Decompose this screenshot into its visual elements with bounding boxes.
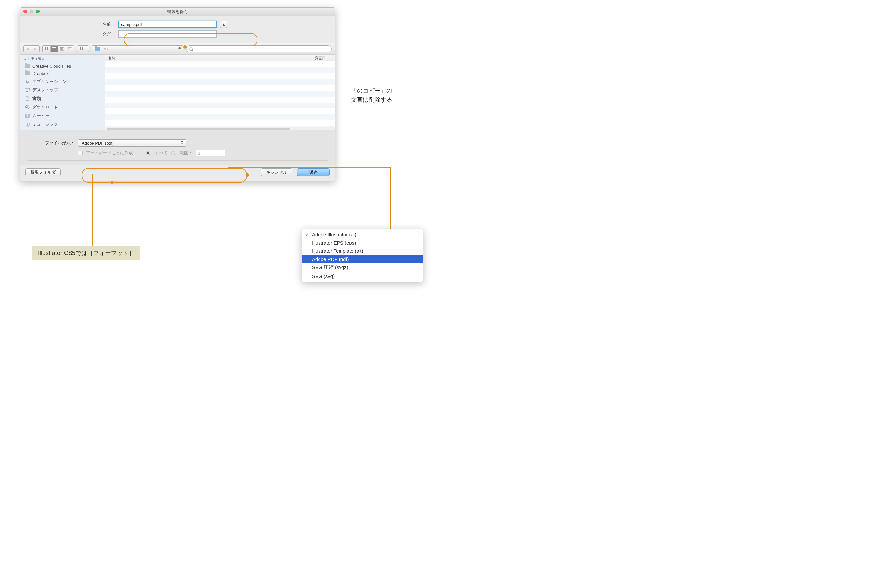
save-button[interactable]: 保存 — [297, 168, 330, 176]
svg-rect-1 — [47, 47, 48, 48]
format-dropdown-menu: Adobe Illustrator (ai) Illustrator EPS (… — [302, 229, 423, 282]
file-list-body[interactable] — [105, 61, 335, 127]
view-cover-icon[interactable] — [66, 45, 74, 52]
window-controls — [23, 9, 40, 14]
sidebar-item-label: ダウンロード — [33, 104, 58, 110]
sidebar-item-apps[interactable]: アプリケーション — [20, 77, 105, 86]
cancel-button[interactable]: キャンセル — [261, 168, 292, 176]
dropdown-item-eps[interactable]: Illustrator EPS (eps) — [302, 238, 423, 247]
annotation-cs5-format: Illustrator CS5では［フォーマット］ — [32, 246, 140, 260]
column-name[interactable]: 名前 — [105, 55, 306, 61]
artboard-checkbox — [78, 151, 83, 155]
new-folder-button[interactable]: 新規フォルダ — [25, 168, 61, 176]
sidebar-item-music[interactable]: ミュージック — [20, 120, 105, 129]
svg-rect-12 — [80, 47, 81, 48]
view-mode-seg[interactable] — [42, 45, 74, 52]
svg-rect-17 — [26, 92, 28, 92]
minimize-button[interactable] — [30, 9, 33, 14]
search-field[interactable] — [186, 45, 332, 52]
format-panel: ファイル形式： Adobe PDF (pdf) アートボードごとに作成 すべて … — [20, 130, 335, 165]
connector-dot — [246, 173, 249, 177]
sidebar-item-ccfiles[interactable]: Creative Cloud Files — [20, 62, 105, 70]
svg-rect-10 — [68, 47, 72, 49]
view-column-icon[interactable] — [59, 45, 66, 52]
file-list-header: 名前 変更日 — [105, 55, 335, 61]
name-input[interactable] — [119, 21, 217, 28]
svg-rect-16 — [25, 88, 30, 91]
sidebar-item-downloads[interactable]: ダウンロード — [20, 103, 105, 111]
window-title: 複製を保存 — [167, 9, 188, 14]
nav-buttons: ◀ ▶ — [23, 45, 40, 52]
view-icon-icon[interactable] — [43, 45, 51, 52]
movie-icon — [25, 113, 30, 118]
connector-line — [165, 39, 165, 92]
svg-rect-19 — [25, 114, 29, 117]
svg-rect-2 — [45, 49, 46, 51]
sidebar-item-label: デスクトップ — [33, 87, 58, 93]
folder-icon — [25, 72, 30, 76]
sidebar-item-label: Dropbox — [33, 71, 48, 76]
connector-dot — [111, 181, 114, 184]
tag-input[interactable] — [119, 30, 217, 38]
column-date[interactable]: 変更日 — [306, 55, 335, 61]
connector-line — [165, 91, 347, 92]
sidebar-item-label: アプリケーション — [33, 79, 66, 84]
sidebar-item-movies[interactable]: ムービー — [20, 111, 105, 120]
folder-label: PDF — [102, 46, 111, 51]
file-browser: よく使う項目 Creative Cloud Files Dropbox アプリケ… — [20, 55, 335, 130]
sidebar-item-label: ムービー — [33, 113, 50, 118]
svg-rect-9 — [63, 47, 64, 51]
format-value: Adobe PDF (pdf) — [82, 141, 114, 146]
disclosure-button[interactable]: ▲ — [220, 21, 227, 28]
finder-toolbar: ◀ ▶ PDF — [20, 43, 335, 55]
svg-rect-13 — [82, 47, 83, 48]
sidebar-item-label: ミュージック — [33, 121, 58, 127]
svg-rect-8 — [62, 47, 63, 51]
tag-label: タグ： — [95, 31, 115, 37]
titlebar: 複製を保存 — [20, 8, 335, 16]
svg-rect-14 — [80, 49, 81, 50]
radio-all-label: すべて — [155, 150, 168, 156]
sidebar: よく使う項目 Creative Cloud Files Dropbox アプリケ… — [20, 55, 105, 130]
back-button[interactable]: ◀ — [24, 45, 32, 52]
sidebar-item-dropbox[interactable]: Dropbox — [20, 70, 105, 77]
zoom-button[interactable] — [36, 9, 40, 14]
svg-rect-3 — [47, 49, 48, 51]
artboard-checkbox-label: アートボードごとに作成 — [86, 150, 133, 156]
view-list-icon[interactable] — [51, 45, 59, 52]
svg-rect-7 — [60, 47, 61, 51]
svg-rect-4 — [53, 47, 56, 48]
dropdown-item-ait: Illustrator Template (ait) — [302, 247, 423, 255]
sidebar-section-header: よく使う項目 — [20, 55, 105, 62]
radio-all — [146, 151, 150, 155]
connector-dot — [184, 45, 187, 48]
sidebar-item-desktop[interactable]: デスクトップ — [20, 86, 105, 94]
name-tag-section: 名前： ▲ タグ： — [20, 16, 335, 43]
close-button[interactable] — [23, 9, 27, 14]
format-label: ファイル形式： — [32, 140, 75, 146]
triangle-up-icon: ▲ — [222, 22, 226, 26]
save-copy-dialog: 複製を保存 名前： ▲ タグ： ◀ ▶ — [20, 7, 335, 181]
radio-range — [171, 151, 175, 155]
folder-path-popup[interactable]: PDF — [92, 45, 184, 52]
connector-line — [92, 174, 92, 246]
range-input — [196, 150, 225, 156]
arrange-popup[interactable] — [77, 45, 89, 52]
download-icon — [25, 105, 30, 110]
music-icon — [25, 122, 30, 126]
name-label: 名前： — [95, 21, 115, 27]
sidebar-item-label: 書類 — [33, 96, 41, 102]
dropdown-item-svgz[interactable]: SVG 圧縮 (svgz) — [302, 263, 423, 272]
document-icon — [25, 96, 30, 101]
svg-rect-5 — [53, 48, 56, 49]
annotation-copy-removed: 「のコピー」の 文言は削除する — [351, 87, 392, 104]
svg-rect-15 — [82, 49, 83, 50]
sidebar-item-documents[interactable]: 書類 — [20, 94, 105, 103]
forward-button[interactable]: ▶ — [32, 45, 39, 52]
dropdown-item-svg[interactable]: SVG (svg) — [302, 272, 423, 280]
sidebar-item-label: Creative Cloud Files — [33, 64, 71, 69]
dropdown-item-pdf[interactable]: Adobe PDF (pdf) — [302, 255, 423, 263]
dropdown-item-ai[interactable]: Adobe Illustrator (ai) — [302, 230, 423, 238]
format-popup[interactable]: Adobe PDF (pdf) — [78, 139, 186, 147]
horizontal-scrollbar[interactable] — [105, 127, 335, 130]
